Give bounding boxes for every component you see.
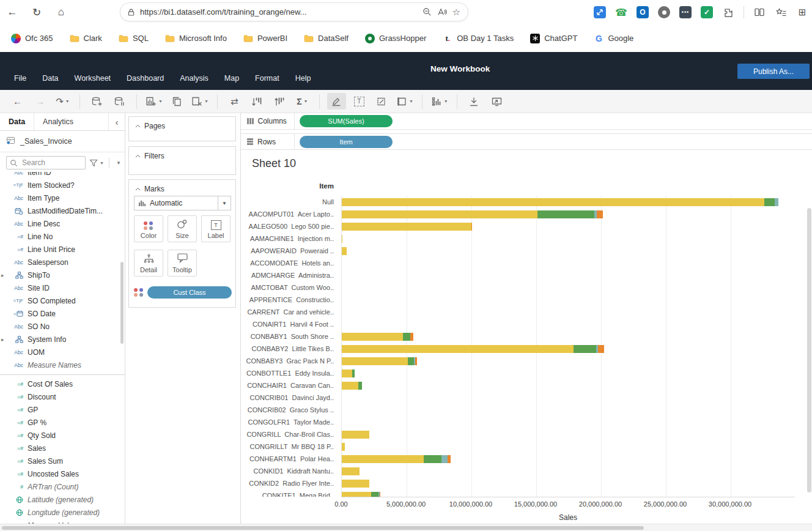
rows-shelf[interactable]: Rows Item [241,133,812,150]
field-longitude-generated[interactable]: Longitude (generated) [0,506,125,519]
bar-segment[interactable] [342,345,574,353]
tasks-check-icon[interactable]: ✓ [701,6,713,18]
bar-segment[interactable] [380,492,380,497]
datasource-row[interactable]: _Sales_Invoice [0,131,125,152]
row-label-null[interactable]: Null [241,196,338,208]
field-line-unit-price[interactable]: =#Line Unit Price [0,243,125,256]
bar-aacomput01[interactable] [342,210,603,218]
expand-icon[interactable]: ▸ [1,336,4,343]
row-label-conkid1[interactable]: CONKID1 Kiddraft Nantu.. [241,465,338,477]
duplicate-sheet-icon[interactable] [168,93,186,110]
screen-share-icon[interactable] [594,6,606,18]
bookmark-microsoft-info[interactable]: Microsoft Info [165,34,227,43]
row-label-aacomput01[interactable]: AACOMPUT01 Acer Lapto.. [241,208,338,220]
row-label-congolfr1[interactable]: CONGOLFR1 Taylor Made.. [241,416,338,428]
field-salesperson[interactable]: AbcSalesperson [0,256,125,269]
bar-conkid2[interactable] [342,480,369,488]
clear-sheet-icon[interactable]: ▼ [190,93,210,110]
field-latitude-generated[interactable]: Latitude (generated) [0,493,125,506]
zoom-out-icon[interactable] [423,7,432,17]
mark-detail-button[interactable]: Detail [134,250,163,277]
chevron-up-icon[interactable] [135,187,141,191]
bar-segment[interactable] [342,247,347,255]
row-label-conheartm1[interactable]: CONHEARTM1 Polar Hea.. [241,453,338,465]
row-label-admcharge[interactable]: ADMCHARGE Administra.. [241,269,338,281]
row-label-aapoweraid[interactable]: AAPOWERAID Poweraid .. [241,245,338,257]
chevron-up-icon[interactable] [135,124,141,128]
field-site-id[interactable]: AbcSite ID [0,281,125,294]
bar-congrillt[interactable] [342,443,345,451]
bar-segment[interactable] [342,382,358,390]
horizontal-scrollbar[interactable] [0,524,812,531]
split-screen-icon[interactable] [753,6,766,18]
url-text[interactable]: https://bi1.dataself.com/t/training_oran… [140,7,417,17]
field-uncosted-sales[interactable]: =#Uncosted Sales [0,467,125,480]
mark-size-button[interactable]: Size [168,215,197,242]
menu-map[interactable]: Map [224,74,239,83]
bookmark-grasshopper[interactable]: GrassHopper [365,34,426,43]
bar-conbottle1[interactable] [342,369,355,377]
row-label-aamachine1[interactable]: AAMACHINE1 Injection m.. [241,232,338,245]
row-label-amctobat[interactable]: AMCTOBAT Custom Woo.. [241,281,338,294]
bar-segment[interactable] [342,431,369,439]
expand-icon[interactable]: ▸ [1,272,4,278]
search-input[interactable] [6,156,86,169]
field-line-desc[interactable]: AbcLine Desc [0,217,125,230]
field-gp[interactable]: =#GP % [0,416,125,429]
tab-analytics[interactable]: Analytics [34,113,108,130]
new-worksheet-icon[interactable]: ▼ [144,93,164,110]
field-so-date[interactable]: =SO Date [0,307,125,320]
row-label-conbaby2[interactable]: CONBABY2 Little Tikes B.. [241,343,338,355]
new-data-source-icon[interactable] [87,93,106,110]
bar-conbaby1[interactable] [342,333,413,341]
bar-segment[interactable] [597,210,603,218]
row-label-congrillt[interactable]: CONGRILLT Mr BBQ 18 P.. [241,440,338,453]
field-system-info[interactable]: ▸System Info [0,333,125,346]
favorites-list-icon[interactable] [775,6,787,18]
field-item-id[interactable]: AbcItem ID [0,172,125,179]
horizontal-scrollbar-thumb[interactable] [2,526,644,530]
bar-segment[interactable] [371,492,378,497]
field-artran-count[interactable]: #ARTran (Count) [0,480,125,493]
extensions-puzzle-icon[interactable] [722,6,734,18]
tab-data[interactable]: Data [0,113,34,130]
mark-label-button[interactable]: TLabel [201,215,231,242]
bar-null[interactable] [342,198,778,206]
pause-auto-updates-icon[interactable] [110,93,129,110]
mark-color-button[interactable]: Color [134,215,163,242]
field-sales[interactable]: =#Sales [0,442,125,455]
row-label-concrib01[interactable]: CONCRIB01 Davinci Jayd.. [241,392,338,404]
menu-worksheet[interactable]: Worksheet [75,74,111,83]
bar-conbaby2[interactable] [342,345,604,353]
bar-segment[interactable] [342,369,352,377]
row-label-conbaby1[interactable]: CONBABY1 South Shore .. [241,330,338,343]
field-item-stocked[interactable]: =T|FItem Stocked? [0,179,125,191]
bar-segment[interactable] [764,198,775,206]
field-uom[interactable]: AbcUOM [0,346,125,358]
bar-segment[interactable] [410,333,413,341]
bar-segment[interactable] [598,345,604,353]
chevron-up-icon[interactable] [135,154,141,158]
favorite-star-icon[interactable]: ☆ [452,7,460,18]
field-item-type[interactable]: AbcItem Type [0,191,125,204]
field-lastmodifieddatetim[interactable]: LastModifiedDateTim... [0,204,125,217]
field-cost-of-sales[interactable]: =#Cost Of Sales [0,377,125,390]
totals-icon[interactable]: Σ▼ [293,93,312,110]
bar-conbaby3[interactable] [342,357,417,365]
field-measure-names[interactable]: AbcMeasure Names [0,358,125,371]
field-measure-values[interactable]: #Measure Values [0,519,125,524]
row-label-congrill[interactable]: CONGRILL Char-Broil Clas.. [241,428,338,440]
columns-shelf[interactable]: Columns SUM(Sales) [241,113,812,130]
bookmark-chatgpt[interactable]: ChatGPT [530,34,577,43]
bookmark-sql[interactable]: SQL [119,34,149,43]
menu-file[interactable]: File [14,74,26,83]
menu-dashboard[interactable]: Dashboard [127,74,164,83]
back-icon[interactable]: ← [0,6,24,18]
mark-tooltip-button[interactable]: Tooltip [168,250,197,277]
item-pill[interactable]: Item [300,136,393,148]
bar-segment[interactable] [342,443,345,451]
row-label-conkid2[interactable]: CONKID2 Radio Flyer Inte.. [241,477,338,489]
mark-type-dropdown[interactable]: Automatic ▼ [134,196,231,210]
phone-icon[interactable]: ☎ [615,6,627,18]
bar-aalego500[interactable] [342,223,472,231]
